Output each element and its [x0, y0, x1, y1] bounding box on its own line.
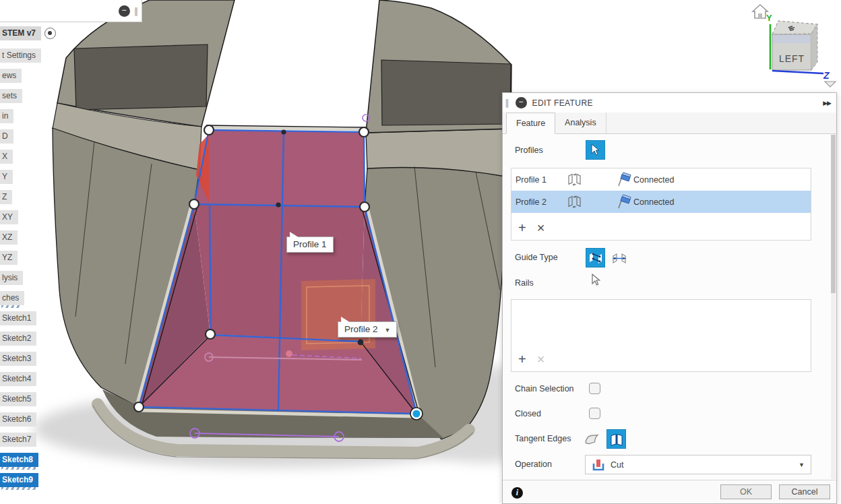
add-profile-button[interactable]: + — [518, 220, 526, 236]
browser-item-origin[interactable]: in — [0, 109, 13, 123]
browser-item-sketches-folder[interactable]: ches — [0, 291, 24, 305]
right-lobe-recess — [381, 60, 511, 125]
connected-flag-icon — [616, 194, 633, 212]
edit-feature-dialog: ∥ − EDIT FEATURE ▶▶ Feature Analysis Pro… — [502, 92, 837, 504]
rails-select-cursor-icon — [590, 274, 601, 288]
profile1-tooltip[interactable]: Profile 1 — [286, 237, 334, 253]
remove-profile-button[interactable]: × — [537, 220, 545, 236]
profile-row-2[interactable]: Profile 2 Connected — [511, 191, 811, 213]
cancel-button[interactable]: Cancel — [779, 484, 830, 499]
dialog-title: EDIT FEATURE — [532, 98, 593, 108]
browser-item-xz-plane[interactable]: XZ — [0, 230, 18, 245]
guide-type-rails-button[interactable] — [586, 248, 605, 267]
browser-item-x-axis[interactable]: X — [0, 150, 13, 164]
browser-item-named-views[interactable]: ews — [0, 69, 22, 83]
operation-dropdown[interactable]: Cut ▼ — [585, 455, 811, 474]
operation-label: Operation — [515, 460, 552, 469]
dialog-footer: i OK Cancel — [503, 480, 836, 503]
viewcube-face-label[interactable]: LEFT — [779, 53, 805, 64]
profiles-label: Profiles — [515, 146, 543, 155]
browser-item-sketch9[interactable]: Sketch9 — [0, 473, 38, 487]
browser-item-analysis[interactable]: lysis — [0, 271, 23, 285]
profile2-name: Profile 2 — [516, 197, 547, 207]
browser-item-xy-plane[interactable]: XY — [0, 210, 18, 224]
tangent-edges-split-button[interactable] — [606, 429, 626, 449]
viewcube-top-face[interactable] — [772, 21, 817, 34]
dialog-grip-icon[interactable]: ∥ — [505, 98, 510, 108]
rails-icon — [588, 251, 604, 265]
closed-checkbox[interactable] — [589, 408, 600, 419]
dialog-header[interactable]: ∥ − EDIT FEATURE ▶▶ — [503, 93, 836, 113]
browser-item-d[interactable]: D — [0, 129, 13, 144]
browser-item-sketch3[interactable]: Sketch3 — [0, 352, 36, 366]
viewcube-top-band — [773, 35, 811, 43]
toolbar-grip-icon[interactable]: ∥ — [134, 6, 139, 16]
select-cursor-icon — [590, 144, 601, 156]
browser-item-sketch2[interactable]: Sketch2 — [0, 332, 36, 346]
centerline-icon — [611, 251, 627, 265]
rails-list[interactable]: + × — [511, 299, 811, 372]
midpoint-dot — [276, 202, 280, 207]
browser-item-sketch1[interactable]: Sketch1 — [0, 311, 36, 325]
collapsed-toolbar[interactable]: − ∥ — [0, 0, 142, 22]
dialog-expand-icon[interactable]: ▶▶ — [823, 100, 831, 106]
ok-button[interactable]: OK — [720, 484, 772, 499]
chevron-down-icon[interactable]: ▼ — [385, 327, 391, 334]
browser-item-sketch6[interactable]: Sketch6 — [0, 412, 36, 427]
tangent-edges-merged-button[interactable] — [582, 429, 601, 449]
selected-vertex-handle[interactable] — [410, 408, 423, 420]
z-axis — [772, 71, 823, 73]
tab-feature[interactable]: Feature — [506, 113, 555, 134]
split-face-icon — [609, 432, 625, 447]
left-lobe-recess — [74, 44, 208, 110]
chain-selection-label: Chain Selection — [515, 384, 574, 393]
midpoint-dot — [358, 340, 364, 346]
connected-flag-icon — [616, 172, 633, 189]
dialog-tabstrip: Feature Analysis — [503, 113, 836, 134]
browser-item-y-axis[interactable]: Y — [0, 170, 13, 184]
profiles-select-button[interactable] — [586, 140, 605, 160]
flip-profile-icon[interactable] — [566, 172, 583, 189]
profile2-tooltip[interactable]: Profile 2▼ — [338, 321, 397, 338]
browser-item-sketch7[interactable]: Sketch7 — [0, 433, 36, 447]
viewcube-menu-triangle[interactable] — [825, 82, 836, 87]
chain-selection-checkbox[interactable] — [589, 383, 600, 394]
add-rail-button[interactable]: + — [518, 352, 526, 367]
profile1-tooltip-label: Profile 1 — [293, 239, 327, 249]
browser-item-sketch5[interactable]: Sketch5 — [0, 392, 36, 406]
tab-analysis[interactable]: Analysis — [555, 113, 606, 134]
browser-item-sketch8[interactable]: Sketch8 — [0, 453, 38, 467]
activate-component-radio[interactable] — [44, 28, 56, 39]
browser-item-document-settings[interactable]: t Settings — [0, 49, 41, 63]
profile1-state: Connected — [633, 175, 674, 185]
profile-row-1[interactable]: Profile 1 Connected — [511, 168, 811, 191]
remove-rail-button[interactable]: × — [537, 352, 545, 367]
browser-item-sketch4[interactable]: Sketch4 — [0, 372, 36, 386]
browser-item-yz-plane[interactable]: YZ — [0, 251, 18, 265]
profiles-list: Profile 1 Connected Profile 2 — [511, 168, 811, 241]
browser-item-z-axis[interactable]: Z — [0, 190, 12, 204]
y-axis-label: Y — [766, 13, 772, 23]
chevron-down-icon[interactable]: ▼ — [799, 462, 805, 468]
guide-type-centerline-button[interactable] — [609, 248, 629, 267]
closed-label: Closed — [515, 409, 541, 418]
model-right-lobe[interactable] — [366, 0, 511, 133]
collapse-icon[interactable]: − — [119, 5, 130, 17]
z-axis-label: Z — [823, 70, 830, 81]
browser-item-sets[interactable]: sets — [0, 89, 22, 103]
profile2-state: Connected — [633, 197, 674, 207]
rails-label: Rails — [515, 278, 534, 288]
info-icon[interactable]: i — [511, 487, 523, 499]
dialog-scrollbar[interactable] — [831, 135, 836, 479]
tangent-edges-label: Tangent Edges — [515, 434, 571, 443]
application-window: { "toolbar": { "minimize_glyph": "\u2212… — [0, 0, 841, 504]
cut-operation-icon — [592, 458, 605, 472]
scrollbar-thumb[interactable] — [831, 135, 836, 293]
browser-root-component[interactable]: STEM v7 — [0, 26, 41, 40]
home-icon[interactable] — [753, 5, 768, 18]
viewcube[interactable]: LEFT Y Z — [753, 5, 836, 87]
profile2-tooltip-label: Profile 2 — [344, 324, 378, 334]
dialog-collapse-icon[interactable]: − — [516, 97, 527, 108]
flip-profile-icon[interactable] — [566, 194, 583, 212]
guide-type-label: Guide Type — [515, 253, 558, 262]
